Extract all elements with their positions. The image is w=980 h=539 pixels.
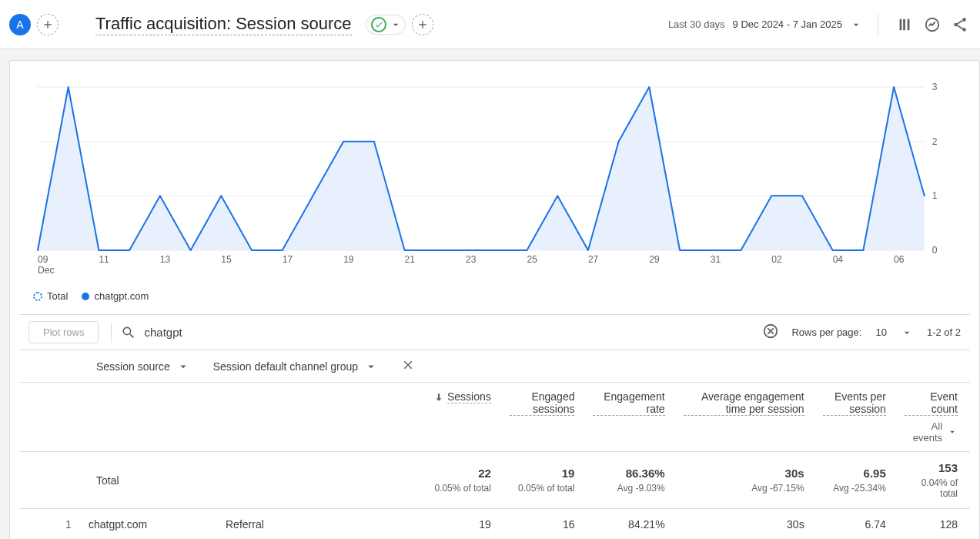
- legend-label: chatgpt.com: [94, 290, 149, 302]
- status-pill[interactable]: [366, 15, 406, 35]
- search-icon: [121, 325, 136, 340]
- plus-icon: [42, 18, 54, 31]
- svg-text:0: 0: [932, 245, 938, 256]
- clear-search-button[interactable]: [762, 323, 779, 343]
- check-circle-icon: [371, 17, 386, 32]
- legend-marker-dashed-icon: [33, 292, 42, 301]
- chevron-down-icon: [176, 360, 190, 373]
- chart: 012309Dec1113151719212325272931020406: [38, 79, 952, 280]
- chevron-down-icon: [901, 326, 913, 339]
- legend-label: Total: [47, 290, 68, 302]
- insights-icon[interactable]: [921, 14, 943, 35]
- add-comparison-button[interactable]: [37, 14, 59, 35]
- rows-per-page-value: 10: [875, 326, 886, 338]
- date-range-selector[interactable]: Last 30 days 9 Dec 2024 - 7 Jan 2025: [668, 18, 862, 31]
- top-toolbar: A Traffic acquisition: Session source La…: [0, 0, 980, 49]
- svg-text:23: 23: [466, 254, 477, 265]
- chart-legend: Total chatgpt.com: [33, 290, 970, 314]
- col-event-count[interactable]: Event count All events: [898, 383, 970, 452]
- search-input[interactable]: [144, 326, 754, 339]
- svg-text:06: 06: [894, 254, 905, 265]
- svg-text:11: 11: [99, 254, 109, 265]
- svg-text:Dec: Dec: [38, 265, 54, 276]
- compare-icon[interactable]: [894, 14, 915, 35]
- primary-dimension-select[interactable]: Session source: [96, 360, 190, 373]
- col-engagement-rate[interactable]: Engagement rate: [587, 383, 677, 452]
- close-circle-icon: [762, 323, 779, 340]
- svg-text:13: 13: [160, 254, 171, 265]
- date-range-label: Last 30 days: [668, 18, 725, 30]
- share-icon[interactable]: [949, 14, 971, 35]
- svg-text:02: 02: [771, 254, 782, 265]
- search-wrap: [111, 323, 779, 343]
- avatar[interactable]: A: [9, 14, 31, 35]
- legend-item-total[interactable]: Total: [33, 290, 68, 302]
- rows-per-page-select[interactable]: 10: [875, 326, 912, 339]
- primary-dimension-label: Session source: [96, 360, 170, 373]
- table-toolbar: Plot rows Rows per page: 10 1-2 of 2: [19, 314, 970, 350]
- pagination-label: 1-2 of 2: [927, 326, 961, 338]
- svg-text:17: 17: [283, 254, 293, 265]
- totals-label: Total: [96, 474, 119, 487]
- report-card: 012309Dec1113151719212325272931020406 To…: [9, 60, 980, 539]
- add-filter-button[interactable]: [412, 14, 433, 35]
- chevron-down-icon: [364, 360, 378, 373]
- col-engaged[interactable]: Engaged sessions: [503, 383, 587, 452]
- svg-text:3: 3: [932, 82, 938, 92]
- col-avg-engagement[interactable]: Average engagement time per session: [677, 383, 817, 452]
- svg-text:25: 25: [527, 254, 537, 265]
- col-sessions[interactable]: Sessions: [427, 383, 503, 452]
- table-header-row: Sessions Engaged sessions Engagement rat…: [19, 383, 970, 452]
- legend-item-series[interactable]: chatgpt.com: [82, 290, 149, 302]
- remove-secondary-dimension-button[interactable]: [401, 358, 415, 374]
- svg-text:29: 29: [649, 254, 660, 265]
- plot-rows-button[interactable]: Plot rows: [28, 321, 99, 343]
- chevron-down-icon: [850, 18, 862, 31]
- totals-row: Total 220.05% of total 190.05% of total …: [19, 452, 970, 509]
- svg-text:31: 31: [711, 254, 721, 265]
- table-row[interactable]: 1chatgpt.com Referral 19 16 84.21% 30s 6…: [19, 509, 970, 540]
- close-icon: [401, 358, 415, 372]
- svg-text:1: 1: [932, 190, 938, 201]
- svg-text:04: 04: [833, 254, 844, 265]
- svg-text:19: 19: [343, 254, 354, 265]
- svg-text:21: 21: [405, 254, 416, 265]
- chevron-down-icon: [947, 426, 958, 438]
- chevron-down-icon: [390, 18, 402, 31]
- event-count-filter[interactable]: All events: [905, 420, 958, 444]
- svg-text:2: 2: [932, 136, 938, 147]
- col-events-per-session[interactable]: Events per session: [817, 383, 898, 452]
- svg-text:15: 15: [221, 254, 232, 265]
- dimension-row: Session source Session default channel g…: [19, 350, 970, 383]
- legend-marker-solid-icon: [82, 293, 89, 300]
- secondary-dimension-label: Session default channel group: [213, 360, 358, 373]
- secondary-dimension-select[interactable]: Session default channel group: [213, 360, 378, 373]
- arrow-down-icon: [433, 392, 444, 403]
- svg-text:09: 09: [38, 254, 48, 265]
- svg-text:27: 27: [588, 254, 599, 265]
- data-table: Sessions Engaged sessions Engagement rat…: [19, 383, 970, 539]
- date-range-value: 9 Dec 2024 - 7 Jan 2025: [733, 18, 842, 30]
- plus-icon: [416, 18, 429, 31]
- page-title: Traffic acquisition: Session source: [95, 14, 352, 35]
- rows-per-page-label: Rows per page:: [791, 326, 861, 338]
